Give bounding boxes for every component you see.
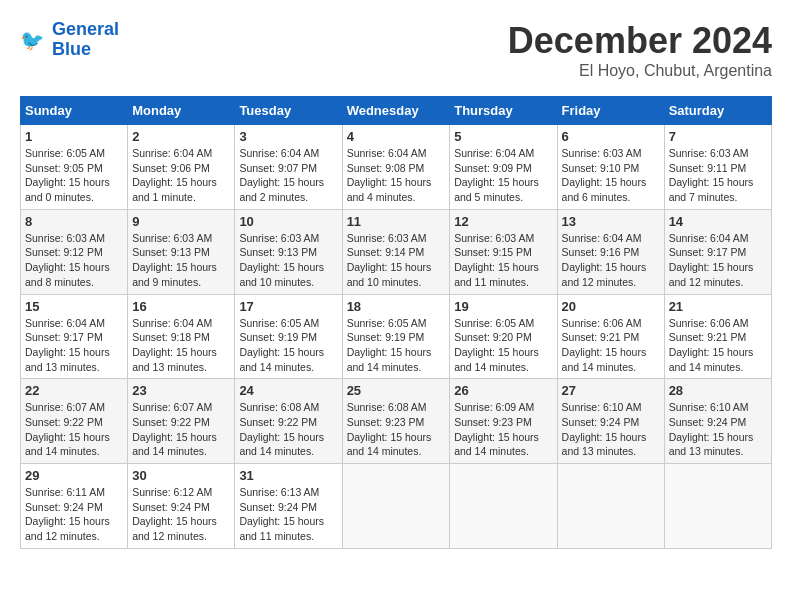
day-number: 30 xyxy=(132,468,230,483)
calendar-cell: 2Sunrise: 6:04 AM Sunset: 9:06 PM Daylig… xyxy=(128,125,235,210)
day-number: 18 xyxy=(347,299,446,314)
day-number: 4 xyxy=(347,129,446,144)
day-info: Sunrise: 6:05 AM Sunset: 9:20 PM Dayligh… xyxy=(454,316,552,375)
day-number: 25 xyxy=(347,383,446,398)
day-info: Sunrise: 6:04 AM Sunset: 9:18 PM Dayligh… xyxy=(132,316,230,375)
logo-bird-icon: 🐦 xyxy=(20,26,48,54)
title-block: December 2024 El Hoyo, Chubut, Argentina xyxy=(508,20,772,80)
day-info: Sunrise: 6:03 AM Sunset: 9:11 PM Dayligh… xyxy=(669,146,767,205)
day-info: Sunrise: 6:05 AM Sunset: 9:19 PM Dayligh… xyxy=(239,316,337,375)
calendar-header-saturday: Saturday xyxy=(664,97,771,125)
calendar-cell xyxy=(557,464,664,549)
calendar-cell: 31Sunrise: 6:13 AM Sunset: 9:24 PM Dayli… xyxy=(235,464,342,549)
calendar-header-tuesday: Tuesday xyxy=(235,97,342,125)
day-number: 22 xyxy=(25,383,123,398)
day-number: 20 xyxy=(562,299,660,314)
day-number: 5 xyxy=(454,129,552,144)
day-info: Sunrise: 6:03 AM Sunset: 9:13 PM Dayligh… xyxy=(239,231,337,290)
calendar-cell: 6Sunrise: 6:03 AM Sunset: 9:10 PM Daylig… xyxy=(557,125,664,210)
calendar-cell: 26Sunrise: 6:09 AM Sunset: 9:23 PM Dayli… xyxy=(450,379,557,464)
day-number: 16 xyxy=(132,299,230,314)
day-number: 26 xyxy=(454,383,552,398)
day-info: Sunrise: 6:03 AM Sunset: 9:13 PM Dayligh… xyxy=(132,231,230,290)
day-info: Sunrise: 6:03 AM Sunset: 9:14 PM Dayligh… xyxy=(347,231,446,290)
day-info: Sunrise: 6:03 AM Sunset: 9:12 PM Dayligh… xyxy=(25,231,123,290)
day-number: 1 xyxy=(25,129,123,144)
day-info: Sunrise: 6:03 AM Sunset: 9:15 PM Dayligh… xyxy=(454,231,552,290)
calendar-header-friday: Friday xyxy=(557,97,664,125)
day-info: Sunrise: 6:03 AM Sunset: 9:10 PM Dayligh… xyxy=(562,146,660,205)
calendar-cell: 5Sunrise: 6:04 AM Sunset: 9:09 PM Daylig… xyxy=(450,125,557,210)
calendar-cell: 17Sunrise: 6:05 AM Sunset: 9:19 PM Dayli… xyxy=(235,294,342,379)
day-number: 9 xyxy=(132,214,230,229)
day-info: Sunrise: 6:08 AM Sunset: 9:22 PM Dayligh… xyxy=(239,400,337,459)
calendar-header-row: SundayMondayTuesdayWednesdayThursdayFrid… xyxy=(21,97,772,125)
day-info: Sunrise: 6:04 AM Sunset: 9:09 PM Dayligh… xyxy=(454,146,552,205)
calendar-cell: 29Sunrise: 6:11 AM Sunset: 9:24 PM Dayli… xyxy=(21,464,128,549)
day-info: Sunrise: 6:07 AM Sunset: 9:22 PM Dayligh… xyxy=(132,400,230,459)
calendar-cell: 18Sunrise: 6:05 AM Sunset: 9:19 PM Dayli… xyxy=(342,294,450,379)
calendar-header-wednesday: Wednesday xyxy=(342,97,450,125)
calendar-cell: 27Sunrise: 6:10 AM Sunset: 9:24 PM Dayli… xyxy=(557,379,664,464)
calendar-cell: 28Sunrise: 6:10 AM Sunset: 9:24 PM Dayli… xyxy=(664,379,771,464)
day-info: Sunrise: 6:10 AM Sunset: 9:24 PM Dayligh… xyxy=(669,400,767,459)
day-info: Sunrise: 6:06 AM Sunset: 9:21 PM Dayligh… xyxy=(562,316,660,375)
calendar-header-monday: Monday xyxy=(128,97,235,125)
page-subtitle: El Hoyo, Chubut, Argentina xyxy=(508,62,772,80)
calendar-week-row: 1Sunrise: 6:05 AM Sunset: 9:05 PM Daylig… xyxy=(21,125,772,210)
calendar-cell: 4Sunrise: 6:04 AM Sunset: 9:08 PM Daylig… xyxy=(342,125,450,210)
day-number: 27 xyxy=(562,383,660,398)
day-info: Sunrise: 6:06 AM Sunset: 9:21 PM Dayligh… xyxy=(669,316,767,375)
page-title: December 2024 xyxy=(508,20,772,62)
day-number: 10 xyxy=(239,214,337,229)
day-info: Sunrise: 6:04 AM Sunset: 9:07 PM Dayligh… xyxy=(239,146,337,205)
day-number: 19 xyxy=(454,299,552,314)
day-info: Sunrise: 6:09 AM Sunset: 9:23 PM Dayligh… xyxy=(454,400,552,459)
day-info: Sunrise: 6:04 AM Sunset: 9:16 PM Dayligh… xyxy=(562,231,660,290)
calendar-cell: 7Sunrise: 6:03 AM Sunset: 9:11 PM Daylig… xyxy=(664,125,771,210)
calendar-cell: 25Sunrise: 6:08 AM Sunset: 9:23 PM Dayli… xyxy=(342,379,450,464)
calendar-cell: 24Sunrise: 6:08 AM Sunset: 9:22 PM Dayli… xyxy=(235,379,342,464)
svg-text:🐦: 🐦 xyxy=(20,28,45,52)
calendar-cell: 3Sunrise: 6:04 AM Sunset: 9:07 PM Daylig… xyxy=(235,125,342,210)
day-number: 28 xyxy=(669,383,767,398)
day-number: 14 xyxy=(669,214,767,229)
day-info: Sunrise: 6:04 AM Sunset: 9:17 PM Dayligh… xyxy=(669,231,767,290)
logo: 🐦 General Blue xyxy=(20,20,119,60)
calendar-cell: 1Sunrise: 6:05 AM Sunset: 9:05 PM Daylig… xyxy=(21,125,128,210)
day-number: 13 xyxy=(562,214,660,229)
calendar-cell: 23Sunrise: 6:07 AM Sunset: 9:22 PM Dayli… xyxy=(128,379,235,464)
calendar-header-thursday: Thursday xyxy=(450,97,557,125)
calendar-cell: 9Sunrise: 6:03 AM Sunset: 9:13 PM Daylig… xyxy=(128,209,235,294)
day-info: Sunrise: 6:04 AM Sunset: 9:17 PM Dayligh… xyxy=(25,316,123,375)
logo-general: General xyxy=(52,19,119,39)
calendar-cell: 14Sunrise: 6:04 AM Sunset: 9:17 PM Dayli… xyxy=(664,209,771,294)
calendar-week-row: 22Sunrise: 6:07 AM Sunset: 9:22 PM Dayli… xyxy=(21,379,772,464)
day-info: Sunrise: 6:11 AM Sunset: 9:24 PM Dayligh… xyxy=(25,485,123,544)
day-number: 8 xyxy=(25,214,123,229)
calendar-cell: 12Sunrise: 6:03 AM Sunset: 9:15 PM Dayli… xyxy=(450,209,557,294)
calendar-cell: 10Sunrise: 6:03 AM Sunset: 9:13 PM Dayli… xyxy=(235,209,342,294)
page-header: 🐦 General Blue December 2024 El Hoyo, Ch… xyxy=(20,20,772,80)
calendar-cell: 19Sunrise: 6:05 AM Sunset: 9:20 PM Dayli… xyxy=(450,294,557,379)
calendar-cell xyxy=(664,464,771,549)
day-number: 29 xyxy=(25,468,123,483)
calendar-cell: 11Sunrise: 6:03 AM Sunset: 9:14 PM Dayli… xyxy=(342,209,450,294)
calendar-week-row: 29Sunrise: 6:11 AM Sunset: 9:24 PM Dayli… xyxy=(21,464,772,549)
day-number: 7 xyxy=(669,129,767,144)
day-info: Sunrise: 6:04 AM Sunset: 9:06 PM Dayligh… xyxy=(132,146,230,205)
logo-text: General Blue xyxy=(52,20,119,60)
calendar-table: SundayMondayTuesdayWednesdayThursdayFrid… xyxy=(20,96,772,549)
calendar-cell: 22Sunrise: 6:07 AM Sunset: 9:22 PM Dayli… xyxy=(21,379,128,464)
calendar-cell: 13Sunrise: 6:04 AM Sunset: 9:16 PM Dayli… xyxy=(557,209,664,294)
calendar-cell: 16Sunrise: 6:04 AM Sunset: 9:18 PM Dayli… xyxy=(128,294,235,379)
calendar-cell: 30Sunrise: 6:12 AM Sunset: 9:24 PM Dayli… xyxy=(128,464,235,549)
day-info: Sunrise: 6:10 AM Sunset: 9:24 PM Dayligh… xyxy=(562,400,660,459)
calendar-week-row: 8Sunrise: 6:03 AM Sunset: 9:12 PM Daylig… xyxy=(21,209,772,294)
calendar-cell xyxy=(450,464,557,549)
calendar-cell: 20Sunrise: 6:06 AM Sunset: 9:21 PM Dayli… xyxy=(557,294,664,379)
day-info: Sunrise: 6:04 AM Sunset: 9:08 PM Dayligh… xyxy=(347,146,446,205)
day-info: Sunrise: 6:13 AM Sunset: 9:24 PM Dayligh… xyxy=(239,485,337,544)
day-number: 11 xyxy=(347,214,446,229)
day-number: 3 xyxy=(239,129,337,144)
